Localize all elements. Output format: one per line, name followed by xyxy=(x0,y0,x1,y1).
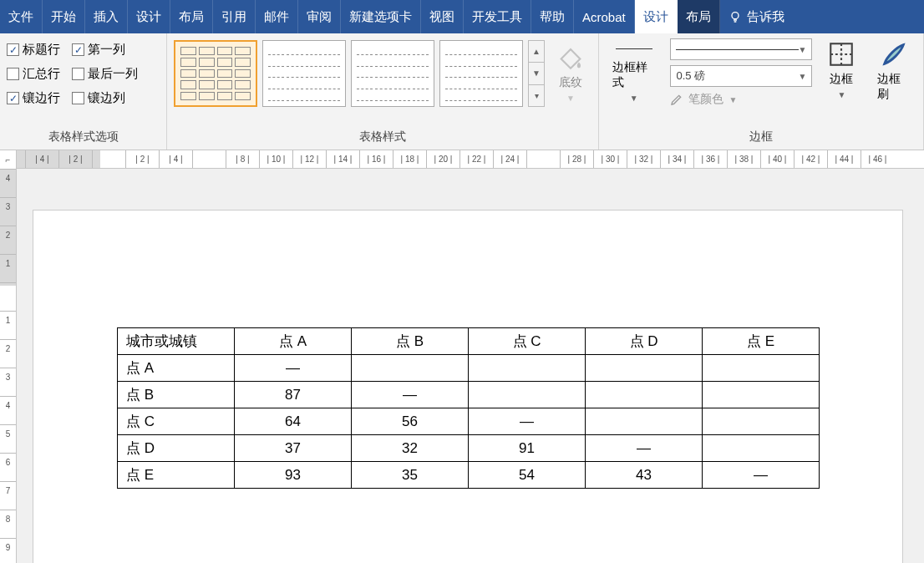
table-cell[interactable] xyxy=(703,382,820,408)
table-cell[interactable]: 点 D xyxy=(118,435,235,462)
tab-file[interactable]: 文件 xyxy=(0,0,43,33)
tab-help[interactable]: 帮助 xyxy=(531,0,574,33)
table-cell[interactable]: — xyxy=(586,435,703,462)
cb-last-col[interactable]: 最后一列 xyxy=(72,66,138,82)
tab-mail[interactable]: 邮件 xyxy=(256,0,298,33)
brush-icon xyxy=(880,40,908,68)
table-cell[interactable]: 87 xyxy=(235,382,352,408)
tab-insert[interactable]: 插入 xyxy=(85,0,128,33)
gallery-up-button[interactable]: ▲ xyxy=(529,41,544,63)
table-header-cell[interactable]: 点 B xyxy=(352,328,469,355)
gallery-down-button[interactable]: ▼ xyxy=(529,63,544,84)
cb-label: 最后一列 xyxy=(88,66,138,82)
style-thumb-4[interactable] xyxy=(439,40,523,107)
cb-first-col[interactable]: 第一列 xyxy=(72,42,138,58)
tab-home[interactable]: 开始 xyxy=(43,0,85,33)
table-cell[interactable] xyxy=(703,435,820,462)
ribbon: 标题行 汇总行 镶边行 第一列 最后一列 镶边列 表格样式选项 xyxy=(0,33,924,150)
table-cell[interactable] xyxy=(586,408,703,435)
borders-button[interactable]: 边框 ▼ xyxy=(820,37,862,103)
table-row[interactable]: 点 B87— xyxy=(118,382,820,408)
tab-view[interactable]: 视图 xyxy=(421,0,464,33)
cb-total-row[interactable]: 汇总行 xyxy=(7,66,60,82)
tab-design[interactable]: 设计 xyxy=(128,0,170,33)
table-cell[interactable] xyxy=(703,355,820,382)
table-row[interactable]: 点 A— xyxy=(118,355,820,382)
tab-table-design[interactable]: 设计 xyxy=(635,0,678,33)
border-width-combo[interactable]: 0.5 磅 ▼ xyxy=(670,65,812,87)
table-header-cell[interactable]: 点 C xyxy=(469,328,586,355)
table-row[interactable]: 点 E93355443— xyxy=(118,462,820,489)
shading-button[interactable]: 底纹 ▼ xyxy=(550,40,591,106)
border-painter-button[interactable]: 边框刷 xyxy=(871,37,916,105)
cb-header-row[interactable]: 标题行 xyxy=(7,42,60,58)
table-cell[interactable] xyxy=(586,382,703,408)
table-cell[interactable]: 56 xyxy=(352,408,469,435)
bucket-icon xyxy=(556,43,585,72)
table-header-cell[interactable]: 点 E xyxy=(703,328,820,355)
tab-review[interactable]: 审阅 xyxy=(298,0,341,33)
style-thumb-2[interactable] xyxy=(262,40,346,107)
table-cell[interactable]: 32 xyxy=(352,435,469,462)
document-table[interactable]: 城市或城镇点 A点 B点 C点 D点 E点 A—点 B87—点 C6456—点 … xyxy=(117,327,820,489)
table-header-cell[interactable]: 点 D xyxy=(586,328,703,355)
border-styles-button[interactable]: 边框样式 ▼ xyxy=(606,37,662,106)
table-header-cell[interactable]: 城市或城镇 xyxy=(118,328,235,355)
tab-devtools[interactable]: 开发工具 xyxy=(464,0,531,33)
table-cell[interactable]: — xyxy=(703,462,820,489)
table-cell[interactable] xyxy=(352,355,469,382)
table-cell[interactable] xyxy=(469,355,586,382)
tell-me-label: 告诉我 xyxy=(747,9,784,25)
table-cell[interactable]: 点 A xyxy=(118,355,235,382)
table-cell[interactable] xyxy=(586,355,703,382)
checkbox-icon xyxy=(72,68,84,80)
table-cell[interactable]: 93 xyxy=(235,462,352,489)
table-cell[interactable]: — xyxy=(352,382,469,408)
gallery-more-button[interactable]: ▾ xyxy=(529,85,544,106)
checkbox-icon xyxy=(7,43,19,56)
table-cell[interactable] xyxy=(703,408,820,435)
table-cell[interactable]: 64 xyxy=(235,408,352,435)
checkbox-icon xyxy=(7,68,19,80)
group-label-style-options: 表格样式选项 xyxy=(7,126,160,150)
table-row[interactable]: 点 C6456— xyxy=(118,408,820,435)
border-line-style-combo[interactable]: ▼ xyxy=(670,38,812,60)
chevron-down-icon: ▼ xyxy=(630,94,638,103)
tab-newtab[interactable]: 新建选项卡 xyxy=(341,0,421,33)
style-thumb-3[interactable] xyxy=(351,40,434,107)
table-cell[interactable]: 点 B xyxy=(118,382,235,408)
table-cell[interactable]: 37 xyxy=(235,435,352,462)
tab-acrobat[interactable]: Acrobat xyxy=(574,0,635,33)
ruler-vertical[interactable]: 4321123456789 xyxy=(0,169,17,563)
table-cell[interactable]: 点 E xyxy=(118,462,235,489)
table-cell[interactable]: 35 xyxy=(352,462,469,489)
tab-layout[interactable]: 布局 xyxy=(170,0,213,33)
ruler-corner: ⌐ xyxy=(0,150,17,169)
tell-me[interactable]: 告诉我 xyxy=(720,0,793,33)
ruler-horizontal[interactable]: | 4 || 2 || 2 || 4 || 8 || 10 || 12 || 1… xyxy=(17,150,924,169)
group-label-styles: 表格样式 xyxy=(174,126,591,150)
table-cell[interactable]: 点 C xyxy=(118,408,235,435)
table-cell[interactable]: 91 xyxy=(469,435,586,462)
table-header-cell[interactable]: 点 A xyxy=(235,328,352,355)
cb-label: 镶边列 xyxy=(88,90,125,106)
table-cell[interactable]: 54 xyxy=(469,462,586,489)
checkbox-icon xyxy=(72,92,84,104)
table-row[interactable]: 点 D373291— xyxy=(118,435,820,462)
gallery-scroll: ▲ ▼ ▾ xyxy=(528,40,545,107)
tab-references[interactable]: 引用 xyxy=(213,0,256,33)
group-borders: 边框样式 ▼ ▼ 0.5 磅 ▼ 笔颜色 ▼ xyxy=(599,33,924,150)
table-cell[interactable] xyxy=(469,382,586,408)
tab-table-layout[interactable]: 布局 xyxy=(678,0,720,33)
cb-banded-cols[interactable]: 镶边列 xyxy=(72,90,138,106)
pen-color-button[interactable]: 笔颜色 ▼ xyxy=(670,92,812,107)
styles-gallery: ▲ ▼ ▾ 底纹 ▼ xyxy=(174,37,591,107)
table-cell[interactable]: — xyxy=(469,408,586,435)
table-cell[interactable]: 43 xyxy=(586,462,703,489)
style-thumb-1[interactable] xyxy=(174,40,257,107)
table-cell[interactable]: — xyxy=(235,355,352,382)
page-area[interactable]: 城市或城镇点 A点 B点 C点 D点 E点 A—点 B87—点 C6456—点 … xyxy=(17,169,924,563)
borders-label: 边框 xyxy=(830,72,853,87)
checkbox-icon xyxy=(72,43,84,56)
cb-banded-rows[interactable]: 镶边行 xyxy=(7,90,60,106)
